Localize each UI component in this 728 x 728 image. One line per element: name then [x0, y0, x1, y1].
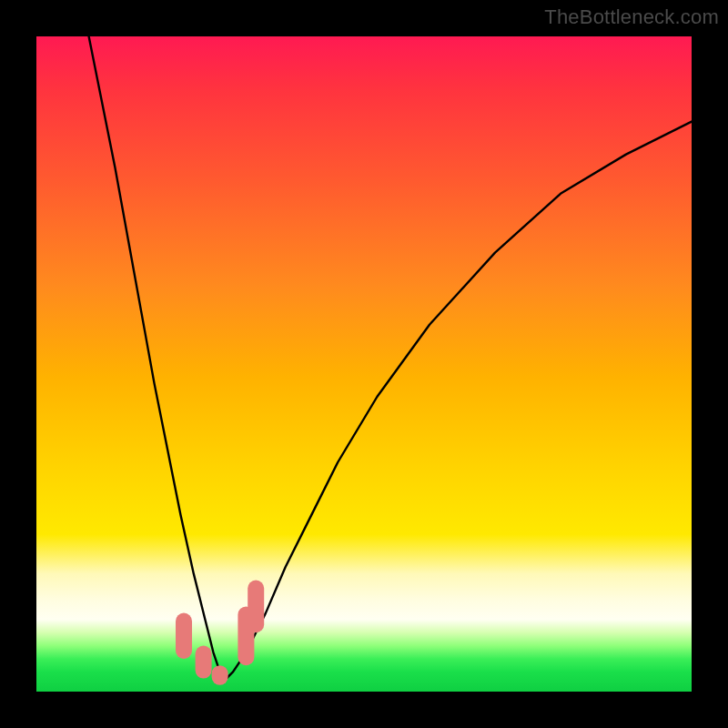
chart-frame: TheBottleneck.com: [0, 0, 728, 728]
pink-marker: [176, 613, 192, 659]
pink-marker: [212, 665, 228, 685]
curve-layer: [36, 36, 692, 692]
markers-group: [176, 581, 264, 685]
pink-marker: [196, 646, 212, 679]
bottleneck-curve: [89, 36, 692, 679]
plot-area: [36, 36, 692, 692]
watermark-text: TheBottleneck.com: [544, 5, 719, 29]
pink-marker: [248, 581, 264, 633]
